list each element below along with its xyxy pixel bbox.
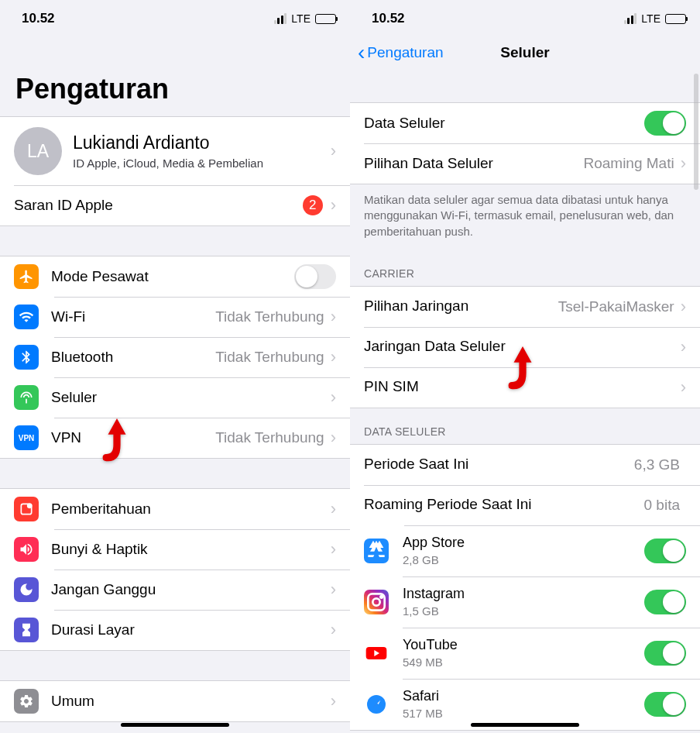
app-name: App Store [403,535,644,552]
status-bar: 10.52 LTE [0,0,350,34]
notifications-label: Pemberitahuan [51,501,331,518]
chevron-right-icon: › [331,499,336,519]
svg-point-4 [380,596,383,598]
airplane-mode-cell[interactable]: Mode Pesawat [0,256,350,297]
bluetooth-cell[interactable]: Bluetooth Tidak Terhubung › [0,337,350,377]
nav-back-button[interactable]: ‹ Pengaturan [358,42,444,64]
signal-icon [274,13,287,24]
vpn-cell[interactable]: VPN VPN Tidak Terhubung › [0,418,350,458]
app-name: Safari [403,688,644,705]
roaming-period-cell: Roaming Periode Saat Ini 0 bita [350,485,700,525]
chevron-right-icon: › [331,428,336,448]
app-youtube-cell[interactable]: YouTube 549 MB [350,628,700,679]
app-usage: 549 MB [403,656,644,669]
svg-point-1 [27,504,33,509]
bluetooth-label: Bluetooth [51,349,215,366]
screentime-label: Durasi Layar [51,621,331,639]
app-safari-cell[interactable]: Safari 517 MB [350,679,700,730]
signal-icon [624,13,637,24]
network-selection-value: Tsel-PakaiMasker [558,298,674,315]
safari-icon [364,692,389,717]
network-indicator: LTE [641,12,661,25]
network-selection-cell[interactable]: Pilihan Jaringan Tsel-PakaiMasker › [350,287,700,327]
data-options-value: Roaming Mati [583,155,674,172]
page-title: Pengaturan [0,34,350,116]
data-options-label: Pilihan Data Seluler [364,155,583,173]
status-bar: 10.52 LTE [350,0,700,34]
chevron-right-icon: › [681,377,686,397]
app-toggle[interactable] [644,692,686,717]
cellular-data-cell[interactable]: Data Seluler [350,103,700,143]
profile-caption: ID Apple, iCloud, Media & Pembelian [73,157,331,170]
current-period-label: Periode Saat Ini [364,456,634,473]
battery-icon [315,14,336,24]
roaming-period-value: 0 bita [644,497,680,514]
svg-point-3 [372,598,379,605]
current-period-cell: Periode Saat Ini 6,3 GB [350,445,700,485]
wifi-value: Tidak Terhubung [215,308,324,325]
avatar-initials: LA [27,141,49,162]
chevron-right-icon: › [331,307,336,327]
app-toggle[interactable] [644,641,686,666]
dnd-label: Jangan Ganggu [51,581,331,599]
chevron-right-icon: › [331,387,336,408]
vpn-value: Tidak Terhubung [215,429,324,446]
data-usage-header: DATA SELULER [350,408,700,444]
nav-bar: ‹ Pengaturan Seluler [350,34,700,71]
app-usage: 517 MB [403,707,644,720]
current-period-value: 6,3 GB [634,456,680,473]
screentime-cell[interactable]: Durasi Layar › [0,610,350,650]
gear-icon [14,689,39,714]
airplane-icon [14,264,39,289]
chevron-right-icon: › [331,580,336,600]
cellular-data-toggle[interactable] [644,111,686,136]
profile-cell[interactable]: LA Lukiandi Ardianto ID Apple, iCloud, M… [0,117,350,185]
app-instagram-cell[interactable]: Instagram 1,5 GB [350,576,700,628]
airplane-label: Mode Pesawat [51,268,294,286]
cellular-cell[interactable]: Seluler › [0,377,350,418]
dnd-cell[interactable]: Jangan Ganggu › [0,570,350,610]
status-time: 10.52 [22,11,55,26]
appstore-icon [364,539,389,563]
wifi-cell[interactable]: Wi-Fi Tidak Terhubung › [0,297,350,337]
app-usage: 2,8 GB [403,553,644,566]
network-indicator: LTE [291,12,311,25]
scrollbar[interactable] [694,74,698,205]
home-indicator [471,723,579,727]
roaming-period-label: Roaming Periode Saat Ini [364,496,644,514]
chevron-right-icon: › [331,539,336,559]
chevron-right-icon: › [331,347,336,367]
wifi-label: Wi-Fi [51,308,215,326]
general-cell[interactable]: Umum › [0,681,350,721]
sounds-label: Bunyi & Haptik [51,541,331,559]
avatar: LA [14,127,62,175]
home-indicator [121,723,229,727]
app-toggle[interactable] [644,539,686,563]
apple-id-suggestion-cell[interactable]: Saran ID Apple 2 › [0,185,350,225]
data-options-cell[interactable]: Pilihan Data Seluler Roaming Mati › [350,143,700,184]
wifi-icon [14,305,39,329]
status-time: 10.52 [372,11,405,26]
sounds-icon [14,537,39,562]
app-usage: 1,5 GB [403,604,644,618]
status-right: LTE [624,12,686,25]
chevron-right-icon: › [331,620,336,640]
network-selection-label: Pilihan Jaringan [364,298,558,315]
vpn-icon: VPN [14,425,39,450]
pointer-annotation [505,346,540,391]
section-footer-data: Matikan data seluler agar semua data dib… [350,184,700,250]
notifications-cell[interactable]: Pemberitahuan › [0,489,350,529]
chevron-right-icon: › [331,691,336,711]
suggestion-badge: 2 [303,195,323,215]
app-toggle[interactable] [644,590,686,614]
airplane-toggle[interactable] [294,264,336,289]
app-appstore-cell[interactable]: App Store 2,8 GB [350,525,700,576]
bluetooth-icon [14,345,39,370]
nav-back-label: Pengaturan [367,44,443,61]
chevron-right-icon: › [331,141,336,161]
app-name: Instagram [403,586,644,603]
youtube-icon [364,641,389,666]
screen-cellular: 10.52 LTE ‹ Pengaturan Seluler [350,0,700,733]
chevron-right-icon: › [681,153,686,174]
sounds-cell[interactable]: Bunyi & Haptik › [0,529,350,570]
